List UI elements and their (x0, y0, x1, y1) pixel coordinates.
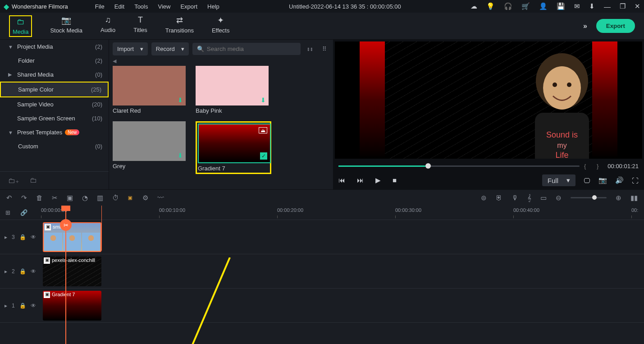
tab-stock-media[interactable]: 📷Stock Media (50, 15, 82, 37)
undo-icon[interactable]: ↶ (6, 194, 12, 202)
folder-icon[interactable]: 🗀 (30, 176, 37, 185)
scrubber-knob[interactable] (425, 163, 431, 169)
clip-smile2[interactable]: ▣ smile2 (43, 222, 101, 252)
lock-icon[interactable]: 🔒 (19, 234, 26, 240)
render-icon[interactable]: ⊚ (481, 194, 487, 202)
sidebar-item-sample-green-screen[interactable]: Sample Green Screen(10) (0, 111, 109, 125)
add-track-icon[interactable]: ⊞ (5, 209, 10, 216)
import-dropdown[interactable]: Import▾ (113, 42, 148, 55)
search-input[interactable] (207, 46, 296, 52)
sidebar-item-folder[interactable]: Folder(2) (0, 54, 109, 68)
eye-icon[interactable]: 👁 (31, 234, 36, 240)
playhead[interactable]: ✂ (65, 206, 66, 344)
step-back-icon[interactable]: ⏮ (338, 176, 345, 184)
lock-icon[interactable]: 🔒 (19, 303, 26, 309)
thumb-claret-red[interactable]: ⬇ (113, 66, 186, 105)
message-icon[interactable]: ✉ (574, 2, 580, 10)
eye-icon[interactable]: 👁 (31, 268, 36, 275)
download-icon[interactable]: ⬇ (589, 2, 595, 10)
timer-icon[interactable]: ⏱ (112, 194, 119, 202)
close-icon[interactable]: ✕ (635, 2, 640, 10)
time-ruler[interactable]: 00:00:00:0000:00:10:0000:00:20:0000:00:3… (41, 206, 644, 220)
display-icon[interactable]: 🖵 (584, 177, 590, 184)
delete-icon[interactable]: 🗑 (36, 194, 43, 202)
export-button[interactable]: Export (596, 19, 635, 33)
redo-icon[interactable]: ↷ (21, 194, 27, 202)
menu-view[interactable]: View (158, 3, 170, 10)
box-icon[interactable]: ▭ (540, 194, 547, 202)
tab-transitions[interactable]: ⇄Transitions (165, 15, 194, 37)
play-icon[interactable]: ▶ (375, 176, 381, 184)
fit-icon[interactable]: ▮▮ (630, 194, 638, 202)
fullscreen-icon[interactable]: ⛶ (632, 177, 639, 184)
sidebar-item-project-media[interactable]: ▼Project Media(2) (0, 40, 109, 54)
cut-icon[interactable]: ✂ (52, 194, 58, 202)
zoom-in-icon[interactable]: ⊕ (616, 194, 621, 202)
in-out-brackets[interactable]: { } (584, 163, 603, 170)
voiceover-icon[interactable]: 🎙 (512, 194, 518, 202)
bulb-icon[interactable]: 💡 (486, 2, 495, 10)
app-name: Wondershare Filmora (12, 3, 68, 10)
preview-video[interactable]: Sound is my Life (335, 41, 642, 159)
clip-gradient7[interactable]: ▣ Gradient 7 (43, 291, 101, 321)
stop-icon[interactable]: ■ (393, 176, 397, 184)
menu-export[interactable]: Export (180, 3, 197, 10)
user-icon[interactable]: 👤 (539, 2, 548, 10)
scrubber-track[interactable] (338, 165, 580, 167)
split-button-icon[interactable]: ✂ (60, 219, 72, 231)
sidebar-item-custom[interactable]: Custom(0) (0, 139, 109, 153)
tab-media[interactable]: 🗀Media (9, 15, 32, 37)
cart-icon[interactable]: 🛒 (521, 2, 530, 10)
clip-pexels[interactable]: ▣ pexels-alex-conchill (43, 257, 101, 286)
grid-view-icon[interactable]: ⠿ (320, 46, 329, 52)
save-icon[interactable]: 💾 (557, 2, 565, 10)
ruler-tick: 00: (631, 207, 638, 213)
step-fwd-icon[interactable]: ⏭ (357, 176, 364, 184)
menu-edit[interactable]: Edit (114, 3, 124, 10)
menu-tools[interactable]: Tools (134, 3, 148, 10)
maximize-icon[interactable]: ❐ (620, 2, 626, 10)
filter-icon[interactable]: ⫾⫾ (304, 46, 316, 52)
thumb-gradient-7[interactable]: ⛰✓ (198, 124, 271, 163)
sidebar-item-shared-media[interactable]: ▶Shared Media(0) (0, 68, 109, 82)
download-icon[interactable]: ⬇ (178, 96, 183, 104)
adjust-icon[interactable]: ⚙ (142, 194, 148, 202)
crop-icon[interactable]: ▣ (67, 194, 73, 202)
audio-wave-icon[interactable]: 〰 (157, 194, 164, 202)
menu-file[interactable]: File (95, 3, 105, 10)
download-icon[interactable]: ⬇ (178, 152, 183, 159)
eye-icon[interactable]: 👁 (31, 303, 36, 309)
tab-effects[interactable]: ✦Effects (212, 15, 230, 37)
mixer-icon[interactable]: 𝄞 (527, 194, 531, 202)
thumb-baby-pink[interactable]: ⬇ (196, 66, 269, 105)
collapse-panel-icon[interactable]: » (583, 22, 587, 30)
new-folder-icon[interactable]: 🗀₊ (8, 176, 19, 185)
zoom-slider[interactable] (571, 197, 607, 198)
sidebar-item-preset-templates[interactable]: ▼Preset TemplatesNew (0, 125, 109, 139)
minimize-icon[interactable]: — (604, 3, 611, 10)
download-icon[interactable]: ⬇ (260, 96, 266, 104)
search-box[interactable]: 🔍 (192, 43, 301, 55)
sidebar-item-sample-color[interactable]: Sample Color(25) (0, 82, 109, 97)
menu-help[interactable]: Help (207, 3, 219, 10)
headset-icon[interactable]: 🎧 (504, 2, 512, 10)
sidebar-item-sample-video[interactable]: Sample Video(20) (0, 97, 109, 111)
record-dropdown[interactable]: Record▾ (151, 42, 189, 55)
color-icon[interactable]: ▥ (97, 194, 103, 202)
tab-titles[interactable]: TTitles (133, 15, 147, 37)
playhead-handle[interactable] (61, 206, 70, 211)
snapshot-icon[interactable]: 📷 (598, 176, 607, 184)
keyframe-icon[interactable]: ◈ (126, 193, 135, 202)
lock-icon[interactable]: 🔒 (19, 268, 26, 275)
scroll-left-icon[interactable]: ◀ (113, 58, 116, 64)
zoom-knob[interactable] (592, 195, 597, 200)
speed-icon[interactable]: ◔ (82, 194, 88, 202)
tab-audio[interactable]: ♫Audio (100, 15, 115, 37)
quality-dropdown[interactable]: Full▾ (542, 174, 575, 186)
cloud-icon[interactable]: ☁ (470, 2, 477, 10)
zoom-out-icon[interactable]: ⊖ (556, 194, 562, 202)
volume-icon[interactable]: 🔊 (615, 176, 624, 184)
marker-shield-icon[interactable]: ⛨ (496, 194, 502, 202)
link-icon[interactable]: 🔗 (20, 209, 27, 216)
thumb-grey[interactable]: ⬇ (113, 121, 186, 161)
